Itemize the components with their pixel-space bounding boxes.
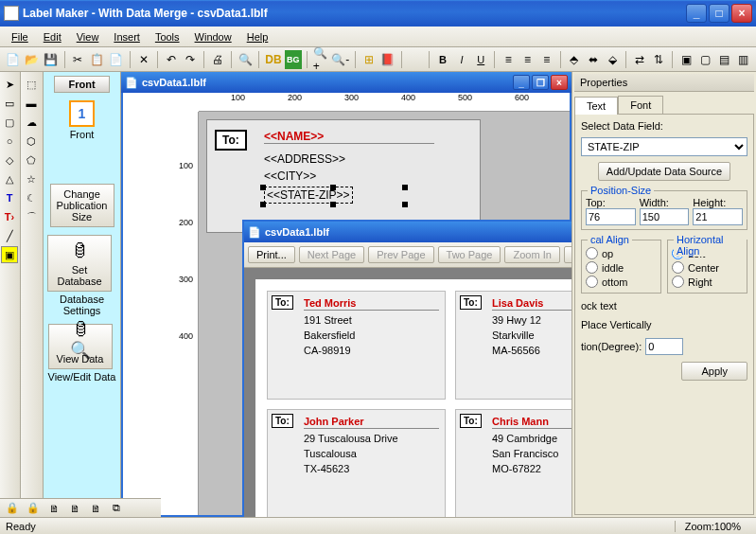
image-icon[interactable]: ▣ (1, 246, 18, 263)
set-database-button[interactable]: 🛢 Set Database (47, 235, 112, 292)
flip-h-icon[interactable]: ⇄ (631, 50, 648, 69)
copy-icon[interactable]: 📋 (89, 50, 106, 69)
layer-icon[interactable]: 🗎 (87, 500, 104, 517)
layer-icon[interactable]: 🗎 (66, 500, 83, 517)
back-icon[interactable]: ▢ (696, 50, 713, 69)
tab-font[interactable]: Font (618, 96, 663, 114)
align-right-icon[interactable]: ≡ (538, 50, 555, 69)
ellipse-icon[interactable]: ○ (1, 133, 18, 150)
rect-icon[interactable]: ▭ (1, 95, 18, 112)
underline-icon[interactable]: U (472, 50, 489, 69)
filled-rect-icon[interactable]: ▬ (23, 95, 40, 112)
menu-view[interactable]: View (69, 29, 107, 44)
menu-help[interactable]: Help (239, 29, 276, 44)
arc-icon[interactable]: ⌒ (23, 208, 40, 225)
preview-zoomin-button[interactable]: Zoom In (504, 246, 559, 263)
minimize-button[interactable]: _ (686, 4, 707, 23)
field-name[interactable]: <<NAME>> (264, 130, 434, 144)
layer-icon[interactable]: ⧉ (108, 500, 125, 517)
apply-button[interactable]: Apply (681, 362, 747, 381)
preview-print-button[interactable]: Print... (248, 246, 295, 263)
valign-top-icon[interactable]: ⬘ (566, 50, 583, 69)
zoomout-icon[interactable]: 🔍- (331, 50, 350, 69)
layer-icon[interactable]: 🔒 (4, 500, 21, 517)
layer-icon[interactable]: 🔒 (25, 500, 42, 517)
doc-minimize-button[interactable]: _ (513, 75, 530, 90)
save-icon[interactable]: 💾 (42, 50, 59, 69)
to-label[interactable]: To: (215, 130, 247, 151)
preview-window[interactable]: 📄 csvData1.lblf Print... Next Page Prev … (242, 220, 571, 517)
db-icon[interactable]: DB (264, 50, 282, 69)
moon-icon[interactable]: ☾ (23, 189, 40, 206)
doc-close-button[interactable]: × (551, 75, 568, 90)
add-update-datasource-button[interactable]: Add/Update Data Source (598, 162, 730, 181)
pointer-icon[interactable]: ➤ (1, 76, 18, 93)
cut-icon[interactable]: ✂ (69, 50, 86, 69)
cloud-icon[interactable]: ☁ (23, 114, 40, 131)
field-statezip[interactable]: <<STATE-ZIP>> (264, 187, 353, 204)
field-address[interactable]: <<ADDRESS>> (264, 152, 345, 166)
triangle-icon[interactable]: △ (1, 170, 18, 187)
text-icon[interactable]: T (1, 189, 18, 206)
redo-icon[interactable]: ↷ (182, 50, 199, 69)
height-input[interactable] (693, 208, 743, 225)
selection-handle[interactable] (402, 185, 408, 190)
selection-handle[interactable] (330, 202, 336, 207)
menu-edit[interactable]: Edit (36, 29, 69, 44)
valign-bottom-radio[interactable] (586, 276, 598, 288)
selection-handle[interactable] (260, 202, 266, 207)
new-icon[interactable]: 📄 (4, 50, 21, 69)
forward-icon[interactable]: ▤ (716, 50, 733, 69)
selection-handle[interactable] (402, 202, 408, 207)
preview-titlebar[interactable]: 📄 csvData1.lblf (244, 222, 571, 242)
preview-prev-button[interactable]: Prev Page (368, 246, 433, 263)
help-icon[interactable]: 📕 (379, 50, 396, 69)
select-all-icon[interactable]: ⬚ (23, 76, 40, 93)
menu-insert[interactable]: Insert (106, 29, 148, 44)
diamond-icon[interactable]: ◇ (1, 151, 18, 169)
preview-twopage-button[interactable]: Two Page (438, 246, 501, 263)
delete-icon[interactable]: ✕ (135, 50, 152, 69)
layer-icon[interactable]: 🗎 (45, 500, 62, 517)
align-center-icon[interactable]: ≡ (519, 50, 536, 69)
doc-restore-button[interactable]: ❐ (532, 75, 549, 90)
preview-zoomout-button[interactable]: Zoom Out (564, 246, 571, 263)
paste-icon[interactable]: 📄 (108, 50, 125, 69)
tab-text[interactable]: Text (574, 97, 618, 115)
grid-icon[interactable]: ⊞ (360, 50, 378, 69)
zoomin-icon[interactable]: 🔍+ (312, 50, 329, 69)
view-data-button[interactable]: 🛢🔍 View Data (48, 324, 113, 369)
valign-bot-icon[interactable]: ⬙ (604, 50, 621, 69)
selection-handle[interactable] (260, 185, 266, 190)
bg-icon[interactable]: BG (285, 50, 302, 69)
preview-next-button[interactable]: Next Page (299, 246, 364, 263)
menu-window[interactable]: Window (187, 29, 239, 44)
italic-icon[interactable]: I (453, 50, 470, 69)
halign-right-radio[interactable] (672, 276, 684, 288)
line-icon[interactable]: ╱ (1, 227, 18, 244)
maximize-button[interactable]: □ (709, 4, 730, 23)
field-city[interactable]: <<CITY>> (264, 169, 316, 183)
menu-tools[interactable]: Tools (148, 29, 187, 44)
change-publication-size-button[interactable]: Change Publication Size (50, 184, 114, 227)
align-left-icon[interactable]: ≡ (500, 50, 517, 69)
open-icon[interactable]: 📂 (23, 50, 40, 69)
front-icon[interactable]: ▣ (677, 50, 694, 69)
flip-v-icon[interactable]: ⇅ (650, 50, 667, 69)
hexagon-icon[interactable]: ⬡ (23, 133, 40, 150)
pentagon-icon[interactable]: ⬠ (23, 151, 40, 169)
undo-icon[interactable]: ↶ (163, 50, 180, 69)
width-input[interactable] (640, 208, 690, 225)
preview-icon[interactable]: 🔍 (237, 50, 254, 69)
rotation-input[interactable] (645, 338, 683, 355)
valign-mid-icon[interactable]: ⬌ (585, 50, 602, 69)
roundrect-icon[interactable]: ▢ (1, 114, 18, 131)
valign-top-radio[interactable] (586, 247, 598, 259)
data-field-select[interactable]: STATE-ZIP (581, 137, 747, 156)
document-titlebar[interactable]: 📄 csvData1.lblf _ ❐ × (121, 72, 571, 93)
selection-handle[interactable] (330, 185, 336, 190)
halign-center-radio[interactable] (672, 261, 684, 274)
bold-icon[interactable]: B (434, 50, 451, 69)
close-button[interactable]: × (731, 4, 752, 23)
top-input[interactable] (586, 208, 636, 225)
